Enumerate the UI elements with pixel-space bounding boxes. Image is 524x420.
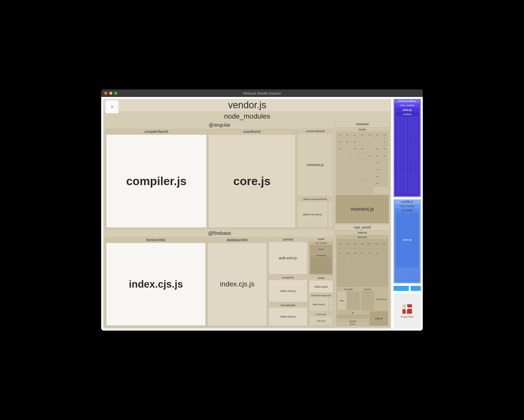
fb-messaging-file[interactable]: index.esm.js [269,307,307,326]
moment-locale-file[interactable]: cs.js [344,132,351,138]
moment-locale-file[interactable]: sk.js [359,132,366,138]
moment-locale-file[interactable]: ar.js [374,173,381,180]
rxjs-operator[interactable]: … [373,277,380,287]
moment-locale-file[interactable]: hr.js [381,132,388,138]
rxjs-operator[interactable]: … [381,277,388,287]
moment-locale-file[interactable]: … [359,187,366,194]
bundle-vendor[interactable]: vendor.js node_modules @angular [103,99,391,329]
moment-locale-file[interactable]: … [359,180,366,187]
bundle-polyfills[interactable]: polyfills.js node_modules zone.js/dist z… [394,199,421,283]
moment-locale-file[interactable]: bs.js [374,152,381,159]
moment-locale-file[interactable]: … [366,160,374,166]
fb-webchannel-rest[interactable]: … [329,297,333,311]
rxjs-operator[interactable]: share [351,249,358,258]
moment-locale-file[interactable]: ls.js [381,152,388,159]
moment-locale-file[interactable]: tg.js [374,145,381,152]
rxjs-operator[interactable]: … [373,268,380,277]
rxjs-observable[interactable]: observable zip.js [336,288,360,311]
angular-common-file[interactable]: common.js [297,134,333,196]
sidebar-toggle-button[interactable] [105,100,119,114]
moment-locale-file[interactable]: … [336,187,343,194]
fb-webchannel-file[interactable]: index.esm.js [309,297,329,311]
rxjs-operator[interactable]: delay [344,249,351,258]
moment-locale-file[interactable]: … [336,180,343,187]
rxjs-inner-index[interactable]: index.js [337,323,368,325]
moment-locale-file[interactable]: … [336,160,343,166]
rxjs-operator[interactable]: switch [366,239,373,248]
moment-locale-file[interactable]: fr.js [344,139,351,145]
moment-locale-file[interactable]: sl.js [351,132,358,138]
moment-locale-file[interactable]: uk.js [366,132,374,138]
moment-locale-file[interactable]: pl.js [374,160,381,166]
fb-messaging[interactable]: messaging/dist index.esm.js [268,303,308,326]
moment-locale-file[interactable]: … [351,160,358,166]
fb-database-file[interactable]: index.cjs.js [207,243,267,326]
moment-locale-file[interactable]: … [359,139,366,145]
angular-platform-browser[interactable]: platform-browser/fesm5 platform-browser.… [297,197,334,228]
rxjs-operator[interactable]: … [359,268,366,277]
polyfills-zone-rest[interactable]: … [396,267,418,281]
rxjs-operator[interactable]: … [337,258,344,268]
moment-locale-file[interactable]: mr.js [351,139,358,145]
polyfills-zone-file[interactable]: zone.js [396,213,418,267]
fb-polyfill-symbol[interactable]: es.symbol.js [310,254,332,274]
rxjs-operator[interactable]: … [359,258,366,268]
polyfills-node-modules[interactable]: node_modules zone.js/dist zone.js … [394,204,420,283]
angular-compiler-file[interactable]: compiler.js [106,135,206,228]
angular-common[interactable]: common/fesm5 common.js [297,129,334,197]
fb-polyfill-core[interactable]: core.js [310,245,332,253]
rxjs-scheduler[interactable]: scheduler [361,288,374,311]
pkg-moment[interactable]: moment locale ru.jscs.jssl.jssk.jsuk.jsm… [335,121,390,224]
moment-locale-file[interactable]: … [359,166,366,173]
pkg-firebase[interactable]: @firebase firestore/dist index.cjs.js [105,230,334,327]
rxjs-operator[interactable]: … [366,277,373,287]
bundle-small-1[interactable] [394,286,409,291]
fb-database[interactable]: database/dist index.cjs.js [207,237,268,326]
rxjs-operators[interactable]: operators mapfiltertakemergeswitchcatchs… [336,235,388,287]
moment-locale-file[interactable]: … [374,139,381,145]
angular-core[interactable]: core/fesm5 core.js [208,129,296,228]
moment-locale[interactable]: locale ru.jscs.jssl.jssk.jsuk.jsmr.jshr.… [336,127,389,194]
rxjs-operator[interactable]: tap [337,249,344,258]
moment-file[interactable]: moment.js [336,195,389,223]
moment-locale-file[interactable]: fa.js [381,145,388,152]
moment-locale-file[interactable]: … [344,166,351,173]
rxjs-util[interactable]: util [336,311,369,319]
rxjs-operator[interactable]: last [373,249,380,258]
moment-locale-file[interactable]: … [336,166,343,173]
fb-storage-file[interactable]: index.esm.js [269,280,307,302]
rxjs-operator[interactable]: retry [359,249,366,258]
fb-storage[interactable]: storage/dist index.esm.js [268,276,308,303]
pkg-rxjs[interactable]: rxjs/_esm5 internal operators mapfilte [335,225,390,327]
moment-locale-file[interactable]: … [351,173,358,180]
rxjs-zip[interactable]: zip.js [337,291,346,310]
rxjs-operator[interactable]: … [366,268,373,277]
fb-functions[interactable]: functions/dist index.cjs.js [308,313,334,326]
angular-pb-file[interactable]: platform-browser.js [297,201,328,228]
rxjs-operator[interactable]: … [337,277,344,287]
rxjs-operator[interactable]: … [359,277,366,287]
moment-locale-file[interactable]: … [351,180,358,187]
moment-locale-file[interactable]: mr.js [374,132,381,138]
fb-polyfill[interactable]: polyfill node_modules core.js [308,237,334,276]
moment-locale-file[interactable]: lt.js [374,166,381,173]
fb-firestore-file[interactable]: index.cjs.js [106,243,205,326]
moment-locale-file[interactable]: … [366,173,374,180]
moment-locale-file[interactable]: fi.js [381,139,388,145]
moment-locale-file[interactable]: … [351,166,358,173]
fb-util[interactable]: util/dist index.cjs.js [308,276,334,293]
moment-locale-file[interactable]: … [344,160,351,166]
angular-core-file[interactable]: core.js [208,135,295,228]
foamtree-logo[interactable]: FoamTree [394,293,421,329]
moment-locale-file[interactable]: … [366,166,374,173]
bundle-small-2[interactable] [411,286,421,291]
moment-locale-file[interactable]: … [336,152,343,159]
angular-pb-rest[interactable]: … [328,201,333,228]
fb-util-file[interactable]: index.cjs.js [309,280,333,292]
rxjs-operator[interactable]: … [351,258,358,268]
fb-polyfill-nm[interactable]: node_modules core.js es.symbol.js [309,241,333,275]
moment-locale-file[interactable]: hy.js [366,152,374,159]
moment-locale-file[interactable]: … [359,152,366,159]
moment-locale-file[interactable]: … [366,187,374,194]
rxjs-operator[interactable]: … [344,258,351,268]
